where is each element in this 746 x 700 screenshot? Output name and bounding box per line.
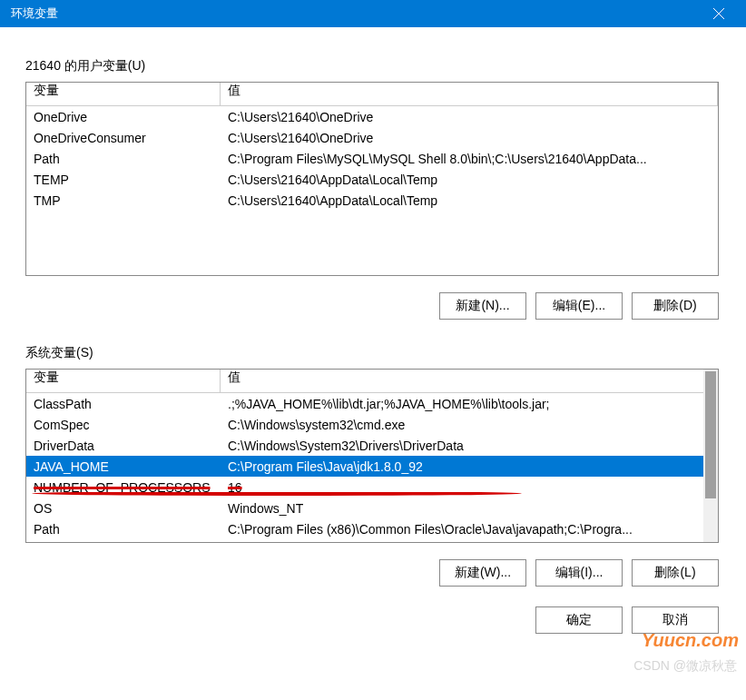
- cell-variable: Path: [26, 522, 221, 537]
- cell-variable: OneDrive: [26, 110, 221, 124]
- sys-delete-button[interactable]: 删除(L): [632, 559, 719, 587]
- table-row[interactable]: TEMPC:\Users\21640\AppData\Local\Temp: [26, 169, 718, 190]
- cell-value: C:\Users\21640\AppData\Local\Temp: [221, 193, 718, 208]
- user-new-button[interactable]: 新建(N)...: [439, 292, 526, 320]
- cell-value: C:\Windows\System32\Drivers\DriverData: [221, 439, 718, 453]
- dialog-content: 21640 的用户变量(U) 变量 值 OneDriveC:\Users\216…: [0, 27, 746, 643]
- header-value[interactable]: 值: [221, 83, 718, 105]
- header-variable[interactable]: 变量: [26, 370, 221, 392]
- header-value[interactable]: 值: [221, 370, 718, 392]
- user-vars-listbox[interactable]: 变量 值 OneDriveC:\Users\21640\OneDriveOneD…: [25, 82, 719, 276]
- user-button-row: 新建(N)... 编辑(E)... 删除(D): [25, 292, 719, 320]
- close-button[interactable]: [701, 0, 737, 27]
- user-vars-header: 变量 值: [26, 83, 718, 106]
- table-row[interactable]: ComSpecC:\Windows\system32\cmd.exe: [26, 414, 718, 435]
- ok-button[interactable]: 确定: [535, 606, 623, 634]
- table-row[interactable]: OneDriveConsumerC:\Users\21640\OneDrive: [26, 127, 718, 148]
- cell-value: C:\Users\21640\OneDrive: [221, 131, 718, 145]
- sys-rows: ClassPath.;%JAVA_HOME%\lib\dt.jar;%JAVA_…: [26, 393, 718, 539]
- sys-vars-label: 系统变量(S): [25, 345, 721, 361]
- cell-variable: ClassPath: [26, 397, 221, 411]
- cell-variable: ComSpec: [26, 418, 221, 432]
- close-icon: [713, 8, 724, 19]
- sys-button-row: 新建(W)... 编辑(I)... 删除(L): [25, 559, 719, 587]
- table-row[interactable]: PathC:\Program Files\MySQL\MySQL Shell 8…: [26, 148, 718, 169]
- cell-value: .;%JAVA_HOME%\lib\dt.jar;%JAVA_HOME%\lib…: [221, 397, 718, 411]
- user-edit-button[interactable]: 编辑(E)...: [535, 292, 623, 320]
- user-rows: OneDriveC:\Users\21640\OneDriveOneDriveC…: [26, 106, 718, 211]
- sys-vars-header: 变量 值: [26, 370, 718, 393]
- cell-value: C:\Users\21640\OneDrive: [221, 110, 718, 124]
- sys-new-button[interactable]: 新建(W)...: [439, 559, 526, 587]
- window-title: 环境变量: [11, 5, 58, 22]
- cell-variable: DriverData: [26, 439, 221, 453]
- watermark-yuucn: Yuucn.com: [642, 630, 739, 651]
- cell-variable: Path: [26, 152, 221, 166]
- cell-value: C:\Windows\system32\cmd.exe: [221, 418, 718, 432]
- table-row[interactable]: TMPC:\Users\21640\AppData\Local\Temp: [26, 190, 718, 211]
- cell-value: Windows_NT: [221, 501, 718, 516]
- cell-variable: JAVA_HOME: [26, 459, 221, 474]
- sys-edit-button[interactable]: 编辑(I)...: [535, 559, 623, 587]
- main-button-row: 确定 取消: [25, 606, 719, 634]
- table-row[interactable]: ClassPath.;%JAVA_HOME%\lib\dt.jar;%JAVA_…: [26, 393, 718, 414]
- cell-value: C:\Program Files\MySQL\MySQL Shell 8.0\b…: [221, 152, 718, 166]
- table-row[interactable]: PathC:\Program Files (x86)\Common Files\…: [26, 518, 718, 539]
- watermark-csdn: CSDN @微凉秋意: [633, 658, 737, 675]
- cell-variable: OS: [26, 501, 221, 516]
- table-row[interactable]: JAVA_HOMEC:\Program Files\Java\jdk1.8.0_…: [26, 456, 718, 477]
- cell-value: C:\Users\21640\AppData\Local\Temp: [221, 173, 718, 187]
- cell-value: C:\Program Files (x86)\Common Files\Orac…: [221, 522, 718, 537]
- user-delete-button[interactable]: 删除(D): [632, 292, 719, 320]
- cell-value: C:\Program Files\Java\jdk1.8.0_92: [221, 459, 718, 474]
- scroll-thumb[interactable]: [705, 371, 716, 498]
- title-bar: 环境变量: [0, 0, 746, 27]
- sys-vars-listbox[interactable]: 变量 值 ClassPath.;%JAVA_HOME%\lib\dt.jar;%…: [25, 369, 719, 543]
- cell-variable: OneDriveConsumer: [26, 131, 221, 145]
- header-variable[interactable]: 变量: [26, 83, 221, 105]
- table-row[interactable]: OneDriveC:\Users\21640\OneDrive: [26, 106, 718, 127]
- cell-variable: TMP: [26, 193, 221, 208]
- table-row[interactable]: OSWindows_NT: [26, 498, 718, 518]
- user-vars-label: 21640 的用户变量(U): [25, 58, 721, 74]
- scrollbar[interactable]: [703, 370, 718, 542]
- cell-variable: TEMP: [26, 173, 221, 187]
- table-row[interactable]: DriverDataC:\Windows\System32\Drivers\Dr…: [26, 435, 718, 456]
- red-underline-annotation: [32, 491, 522, 496]
